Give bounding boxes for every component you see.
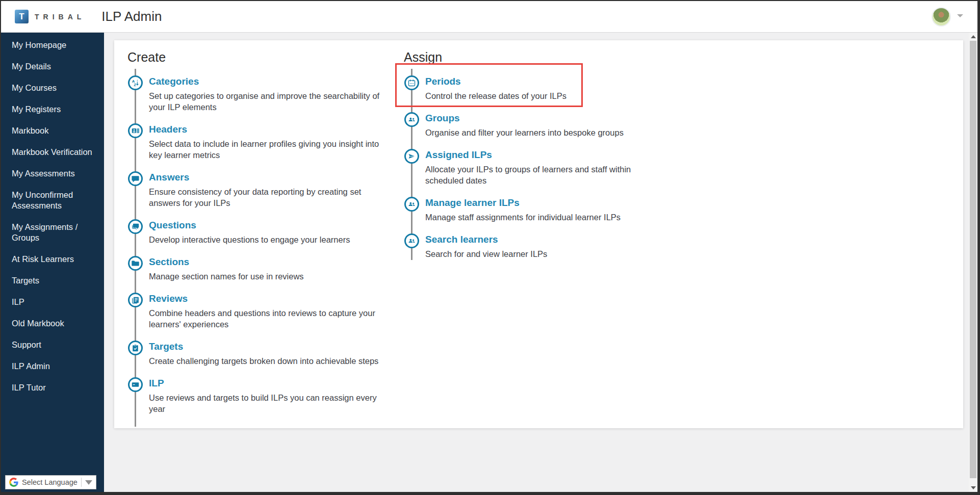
brand-name: TRIBAL	[35, 13, 85, 21]
assign-item-manage-learner-ilps: Manage learner ILPs Manage staff assignm…	[404, 197, 710, 223]
main-area: Create AZ Categories Set up categories t…	[104, 33, 977, 492]
create-link-categories[interactable]: Categories	[149, 75, 379, 88]
create-link-headers[interactable]: Headers	[149, 123, 379, 136]
sidebar-item-my-homepage[interactable]: My Homepage	[12, 40, 101, 50]
clipboard-check-icon	[128, 341, 143, 355]
sort-az-icon: AZ	[128, 75, 143, 90]
content-panel: Create AZ Categories Set up categories t…	[114, 40, 963, 428]
sidebar-item-markbook[interactable]: Markbook	[12, 125, 101, 136]
create-item-headers: Headers Select data to include in learne…	[127, 123, 388, 161]
create-column: Create AZ Categories Set up categories t…	[127, 49, 388, 425]
create-item-ilp: ILP Use reviews and targets to build ILP…	[127, 377, 388, 414]
create-item-targets: Targets Create challenging targets broke…	[127, 341, 388, 367]
create-item-categories: AZ Categories Set up categories to organ…	[127, 75, 388, 113]
assign-link-manage-learner-ilps[interactable]: Manage learner ILPs	[425, 197, 621, 209]
google-logo-icon	[9, 478, 18, 487]
sidebar-item-my-assignments-groups[interactable]: My Assignments / Groups	[12, 222, 101, 243]
create-desc-answers: Ensure consistency of your data reportin…	[149, 186, 361, 209]
sidebar-item-my-registers[interactable]: My Registers	[12, 104, 101, 115]
assign-link-periods[interactable]: Periods	[425, 75, 566, 88]
group-icon	[404, 197, 419, 212]
ilp-admin-window: { "header": { "brand": "TRIBAL", "app_ti…	[0, 0, 980, 495]
create-desc-questions: Develop interactive questions to engage …	[149, 234, 350, 245]
svg-text:Z: Z	[134, 83, 136, 87]
page-title: ILP Admin	[101, 9, 162, 24]
sidebar-item-ilp-admin[interactable]: ILP Admin	[12, 361, 101, 372]
create-link-questions[interactable]: Questions	[149, 219, 350, 231]
tribal-logo-icon: T	[15, 10, 29, 23]
create-heading: Create	[127, 49, 388, 65]
create-desc-ilp: Use reviews and targets to build ILPs yo…	[149, 392, 377, 414]
assign-item-search-learners: Search learners Search for and view lear…	[404, 233, 710, 259]
scroll-up-arrow-icon[interactable]	[969, 33, 977, 41]
app-header: T TRIBAL ILP Admin	[1, 1, 977, 33]
speech-bubble-icon	[128, 171, 143, 186]
send-icon	[404, 149, 419, 164]
create-desc-categories: Set up categories to organise and improv…	[149, 90, 379, 113]
create-desc-sections: Manage section names for use in reviews	[149, 271, 304, 282]
create-desc-headers: Select data to include in learner profil…	[149, 138, 379, 161]
create-item-reviews: Reviews Combine headers and questions in…	[127, 293, 388, 330]
assign-item-groups: Groups Organise and filter your learners…	[404, 112, 710, 138]
assign-link-search-learners[interactable]: Search learners	[425, 233, 547, 246]
assign-desc-groups: Organise and filter your learners into b…	[425, 127, 624, 138]
language-dropdown-arrow-icon	[85, 480, 92, 485]
create-item-answers: Answers Ensure consistency of your data …	[127, 171, 388, 209]
vertical-scrollbar	[969, 33, 977, 492]
assign-desc-periods: Control the release dates of your ILPs	[425, 90, 566, 101]
language-selector[interactable]: Select Language	[5, 475, 96, 489]
scroll-down-arrow-icon[interactable]	[969, 484, 977, 492]
sidebar-item-targets[interactable]: Targets	[12, 275, 101, 286]
folder-icon	[128, 256, 143, 271]
create-item-questions: Questions Develop interactive questions …	[127, 219, 388, 245]
calendar-icon	[404, 75, 419, 90]
group-icon	[404, 233, 419, 248]
assign-desc-search-learners: Search for and view learner ILPs	[425, 248, 547, 259]
sidebar-item-markbook-verification[interactable]: Markbook Verification	[12, 147, 101, 158]
create-link-targets[interactable]: Targets	[149, 341, 378, 353]
create-desc-reviews: Combine headers and questions into revie…	[149, 307, 375, 330]
assign-desc-assigned-ilps: Allocate your ILPs to groups of learners…	[425, 164, 631, 186]
user-avatar[interactable]	[932, 7, 951, 27]
sidebar-item-my-unconfirmed-assessments[interactable]: My Unconfirmed Assessments	[12, 190, 101, 211]
assign-link-groups[interactable]: Groups	[425, 112, 624, 124]
create-desc-targets: Create challenging targets broken down i…	[149, 355, 378, 367]
assign-link-assigned-ilps[interactable]: Assigned ILPs	[425, 149, 631, 161]
sidebar-item-my-courses[interactable]: My Courses	[12, 83, 101, 93]
assign-column: Assign Periods Control the release dates…	[404, 49, 710, 270]
group-icon	[404, 112, 419, 127]
create-link-answers[interactable]: Answers	[149, 171, 361, 184]
account-chevron-down-icon[interactable]	[957, 14, 963, 17]
contact-card-icon	[128, 123, 143, 138]
assign-item-assigned-ilps: Assigned ILPs Allocate your ILPs to grou…	[404, 149, 710, 186]
create-link-ilp[interactable]: ILP	[149, 377, 377, 389]
card-icon	[128, 377, 143, 392]
sidebar-nav: My HomepageMy DetailsMy CoursesMy Regist…	[1, 33, 104, 492]
sidebar-item-old-markbook[interactable]: Old Markbook	[12, 318, 101, 329]
assign-heading: Assign	[404, 49, 710, 65]
sidebar-item-my-assessments[interactable]: My Assessments	[12, 168, 101, 179]
assign-item-periods: Periods Control the release dates of you…	[404, 75, 710, 101]
create-link-reviews[interactable]: Reviews	[149, 293, 375, 305]
sidebar-item-ilp-tutor[interactable]: ILP Tutor	[12, 382, 101, 393]
sidebar-item-support[interactable]: Support	[12, 340, 101, 350]
separator	[81, 478, 82, 487]
sidebar-item-my-details[interactable]: My Details	[12, 61, 101, 72]
sidebar-item-ilp[interactable]: ILP	[12, 297, 101, 307]
assign-desc-manage-learner-ilps: Manage staff assignments for individual …	[425, 212, 621, 223]
create-link-sections[interactable]: Sections	[149, 256, 304, 268]
scrollbar-thumb[interactable]	[970, 41, 976, 478]
sidebar-item-at-risk-learners[interactable]: At Risk Learners	[12, 254, 101, 265]
language-selector-label: Select Language	[22, 478, 78, 486]
document-icon	[128, 293, 143, 307]
question-bubbles-icon	[128, 219, 143, 234]
create-item-sections: Sections Manage section names for use in…	[127, 256, 388, 282]
